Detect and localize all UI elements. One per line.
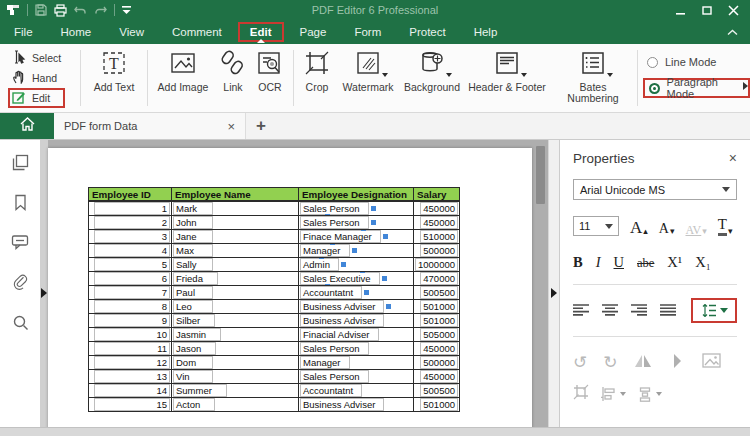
redo-icon[interactable] (94, 5, 107, 16)
cell-employee-name[interactable]: Acton (173, 398, 215, 411)
search-icon[interactable] (10, 312, 30, 332)
background-button[interactable]: Background (399, 49, 465, 93)
cell-salary[interactable]: 450000 (420, 216, 458, 229)
cell-employee-id[interactable]: 9 (94, 314, 170, 327)
cell-employee-id[interactable]: 13 (94, 370, 170, 383)
add-image-button[interactable]: Add Image (151, 49, 215, 93)
cell-employee-id[interactable]: 15 (94, 398, 170, 411)
align-left-button[interactable] (573, 302, 589, 320)
menu-item-page[interactable]: Page (286, 22, 341, 42)
bold-button[interactable]: B (573, 254, 583, 271)
cell-employee-name[interactable]: Silber (173, 314, 215, 327)
header-footer-button[interactable]: Header & Footer (466, 49, 548, 93)
cell-employee-name[interactable]: Sally (173, 258, 213, 271)
cell-employee-designation[interactable]: Sales Person (300, 370, 369, 383)
cell-employee-name[interactable]: Max (173, 244, 213, 257)
line-mode-radio[interactable]: Line Mode (643, 52, 750, 72)
selection-handle[interactable] (361, 230, 366, 232)
add-text-button[interactable]: T Add Text (84, 49, 144, 93)
cell-employee-name[interactable]: Jason (173, 342, 216, 355)
selection-handle[interactable] (382, 276, 387, 281)
cell-salary[interactable]: 450000 (420, 370, 458, 383)
edit-tool-button[interactable]: Edit (8, 88, 65, 108)
cell-employee-name[interactable]: Jasmin (173, 328, 221, 341)
cell-employee-id[interactable]: 11 (94, 342, 170, 355)
dropdown-arrow-icon[interactable] (382, 73, 388, 77)
save-icon[interactable] (35, 4, 47, 16)
cell-salary[interactable]: 501000 (420, 398, 458, 411)
minimize-icon[interactable] (670, 1, 692, 19)
paragraph-mode-radio[interactable]: Paragraph Mode (643, 78, 750, 98)
cell-employee-name[interactable]: Summer (173, 384, 227, 397)
cell-salary[interactable]: 500500 (420, 286, 458, 299)
document-tab[interactable]: PDF form Data × (54, 113, 246, 139)
menu-item-edit[interactable]: Edit (238, 22, 284, 42)
cell-salary[interactable]: 505000 (420, 328, 458, 341)
superscript-button[interactable]: X¹ (667, 254, 682, 271)
ocr-button[interactable]: OCR (249, 49, 291, 93)
cell-employee-designation[interactable]: Sales Person (300, 216, 369, 229)
cell-employee-designation[interactable]: Business Adviser (300, 398, 384, 411)
customize-toolbar-icon[interactable] (122, 6, 131, 15)
font-size-select[interactable]: 11 (573, 216, 619, 236)
cell-employee-name[interactable]: Jane (173, 230, 213, 243)
cell-salary[interactable]: 450000 (420, 202, 458, 215)
cell-employee-name[interactable]: Vin (173, 370, 213, 383)
dropdown-arrow-icon[interactable] (607, 73, 613, 77)
menu-item-view[interactable]: View (105, 22, 158, 42)
line-spacing-button[interactable] (691, 298, 737, 323)
ribbon-overflow-icon[interactable] (743, 82, 748, 90)
decrease-font-size-button[interactable]: A▾ (659, 222, 675, 236)
menu-item-help[interactable]: Help (460, 22, 512, 42)
hand-tool-button[interactable]: Hand (8, 68, 65, 88)
strikethrough-button[interactable]: abe (637, 256, 654, 271)
subscript-button[interactable]: X₁ (695, 254, 711, 271)
cell-employee-id[interactable]: 10 (94, 328, 170, 341)
cell-employee-designation[interactable]: Finacial Adviser (300, 328, 379, 341)
home-tab-button[interactable] (0, 113, 54, 139)
cell-employee-name[interactable]: Dom (173, 356, 213, 369)
menu-item-comment[interactable]: Comment (158, 22, 236, 42)
menu-item-home[interactable]: Home (47, 22, 106, 42)
selection-handle[interactable] (330, 244, 335, 246)
dropdown-arrow-icon[interactable] (521, 73, 527, 77)
cell-employee-designation[interactable]: Sales Person (300, 342, 369, 355)
cell-employee-id[interactable]: 3 (94, 230, 170, 243)
selection-handle[interactable] (341, 262, 346, 267)
italic-button[interactable]: I (596, 254, 601, 271)
cell-salary[interactable]: 510000 (420, 230, 458, 243)
cell-employee-designation[interactable]: Business Adviser (300, 314, 384, 327)
select-tool-button[interactable]: Select (8, 48, 65, 68)
cell-salary[interactable]: 1000000 (415, 258, 458, 271)
close-icon[interactable] (722, 1, 744, 19)
new-tab-button[interactable]: + (246, 113, 276, 139)
sidebar-splitter[interactable] (40, 140, 48, 427)
properties-close-icon[interactable]: × (729, 150, 737, 166)
menu-item-file[interactable]: File (0, 22, 47, 42)
expand-sidebar-arrow-icon[interactable] (41, 288, 47, 298)
link-button[interactable]: Link (215, 49, 251, 93)
cell-employee-designation[interactable]: Sales Executive (300, 272, 380, 285)
cell-employee-id[interactable]: 1 (94, 202, 170, 215)
align-center-button[interactable] (602, 302, 618, 320)
increase-font-size-button[interactable]: A▴ (630, 219, 648, 236)
cell-salary[interactable]: 500500 (420, 384, 458, 397)
cell-salary[interactable]: 450000 (420, 342, 458, 355)
selection-handle[interactable] (319, 258, 324, 260)
properties-splitter[interactable] (548, 140, 559, 427)
selection-handle[interactable] (371, 206, 376, 211)
cell-employee-id[interactable]: 7 (94, 286, 170, 299)
maximize-icon[interactable] (696, 1, 718, 19)
attachments-icon[interactable] (10, 272, 30, 292)
undo-icon[interactable] (74, 5, 87, 16)
align-right-button[interactable] (631, 302, 647, 320)
cell-salary[interactable]: 470000 (420, 272, 458, 285)
cell-employee-designation[interactable]: Manager (300, 356, 350, 369)
cell-employee-designation[interactable]: Sales Person (300, 202, 369, 215)
page-thumbnails-icon[interactable] (10, 152, 30, 172)
cell-employee-designation[interactable]: Business Adviser (300, 300, 384, 313)
font-family-select[interactable]: Arial Unicode MS (573, 179, 737, 200)
cell-employee-name[interactable]: Leo (173, 300, 213, 313)
bates-numbering-button[interactable]: Bates Numbering (554, 49, 632, 104)
cell-salary[interactable]: 501000 (420, 314, 458, 327)
